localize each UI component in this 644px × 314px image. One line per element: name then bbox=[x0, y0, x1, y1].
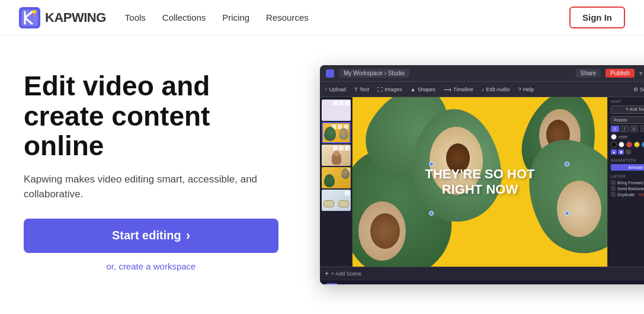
hero-title: Edit video and create content online bbox=[24, 71, 284, 161]
send-backward-row: Send Backward bbox=[611, 186, 644, 191]
right-side: Canh Rua My Workspace › Studio Share Pub… bbox=[320, 65, 644, 284]
avocado-background: THEY'RE SO HOT RIGHT NOW bbox=[353, 97, 607, 267]
duplicate-button[interactable]: Duplicate bbox=[617, 193, 635, 197]
toolbar-timeline[interactable]: ⟶ Timeline bbox=[444, 86, 473, 92]
thumb-icon-7 bbox=[333, 146, 338, 150]
toolbar-shapes[interactable]: ▲ Shapes bbox=[411, 86, 435, 92]
main-content: Edit video and create content online Kap… bbox=[0, 36, 644, 314]
thumb-4[interactable] bbox=[322, 167, 351, 188]
thumb-icon-9 bbox=[345, 146, 350, 150]
audio-icon: ♪ bbox=[482, 86, 485, 92]
color-swatch-white[interactable] bbox=[619, 142, 624, 148]
animate-button[interactable]: Animate bbox=[611, 164, 644, 171]
thumb-3[interactable] bbox=[322, 145, 351, 166]
color-white[interactable] bbox=[611, 134, 617, 140]
color-swatch-yellow[interactable] bbox=[634, 142, 640, 148]
italic-button[interactable]: I bbox=[620, 126, 629, 132]
text-icon: T bbox=[354, 86, 358, 92]
layer-label: LAYER bbox=[611, 174, 644, 178]
bring-forward-icon bbox=[611, 180, 616, 185]
shapes-icon: ▲ bbox=[411, 86, 416, 92]
underline-button[interactable]: U bbox=[630, 126, 638, 132]
publish-button[interactable]: Publish bbox=[605, 69, 635, 78]
add-scene-label[interactable]: + Add Scene bbox=[331, 271, 361, 277]
hint-section: HINT ✎ Edit Text Roboto B I U ≡ ≡ ≡ bbox=[611, 100, 644, 155]
duplicate-delete-row: Duplicate Delete bbox=[611, 192, 644, 197]
thumb-icon-8 bbox=[339, 146, 344, 150]
thumb-1[interactable] bbox=[322, 100, 351, 121]
hint-label: HINT bbox=[611, 100, 644, 104]
send-backward-button[interactable]: Send Backward bbox=[617, 187, 644, 191]
toolbar-upload[interactable]: ↑ Upload bbox=[325, 86, 346, 92]
canvas-text: THEY'RE SO HOT RIGHT NOW bbox=[425, 166, 535, 197]
selection-handle-tr[interactable] bbox=[565, 162, 569, 166]
toolbar-images[interactable]: ⛶ Images bbox=[377, 86, 402, 92]
nav-links: Tools Collections Pricing Resources bbox=[125, 12, 569, 23]
animation-label: ANIMATION bbox=[611, 158, 644, 162]
toolbar-edit-audio[interactable]: ♪ Edit Audio bbox=[482, 86, 510, 92]
create-workspace-link[interactable]: or, create a workspace bbox=[24, 261, 278, 271]
right-properties-panel: HINT ✎ Edit Text Roboto B I U ≡ ≡ ≡ bbox=[607, 97, 644, 267]
left-side: Edit video and create content online Kap… bbox=[24, 65, 284, 271]
editor-body: THEY'RE SO HOT RIGHT NOW HINT ✎ Edit Tex… bbox=[320, 97, 644, 267]
bg-dark-button[interactable]: ■ bbox=[618, 149, 624, 155]
canvas-text-overlay: THEY'RE SO HOT RIGHT NOW bbox=[421, 166, 539, 198]
color-palette-row bbox=[611, 142, 644, 148]
canvas-area[interactable]: THEY'RE SO HOT RIGHT NOW bbox=[353, 97, 607, 267]
play-button[interactable]: ▶ bbox=[326, 283, 338, 285]
editor-toolbar: ↑ Upload T Text ⛶ Images ▲ Shapes ⟶ Ti bbox=[320, 82, 644, 97]
navbar: KAPWING Tools Collections Pricing Resour… bbox=[0, 0, 644, 36]
editor-topbar: My Workspace › Studio Share Publish ▾ N bbox=[320, 65, 644, 82]
bring-forward-button[interactable]: Bring Forward bbox=[617, 181, 643, 185]
thumb-5[interactable] bbox=[322, 190, 351, 211]
start-editing-label: Start editing bbox=[112, 229, 181, 242]
thumb-2[interactable] bbox=[322, 122, 351, 143]
svg-point-3 bbox=[33, 14, 36, 17]
timeline-bar: ▶ 00:31 / 24:12 bbox=[320, 280, 644, 284]
align-left-button[interactable]: ≡ bbox=[640, 126, 644, 132]
thumb-icon-11 bbox=[345, 191, 350, 196]
background-row: ● ■ □ bbox=[611, 149, 644, 155]
selection-handle-br[interactable] bbox=[565, 211, 569, 216]
editor-tab[interactable]: My Workspace › Studio bbox=[339, 69, 409, 78]
color-swatch-black[interactable] bbox=[611, 142, 617, 148]
thumb-icon-3 bbox=[345, 101, 350, 105]
font-name-input[interactable]: Roboto bbox=[611, 116, 644, 124]
nav-item-pricing[interactable]: Pricing bbox=[222, 12, 249, 23]
selection-handle-tl[interactable] bbox=[429, 162, 434, 166]
color-swatch-red[interactable] bbox=[626, 142, 632, 148]
duplicate-icon bbox=[611, 192, 616, 197]
color-swatch-blue[interactable] bbox=[642, 142, 644, 148]
editor-container: My Workspace › Studio Share Publish ▾ N … bbox=[320, 65, 644, 284]
layer-section: LAYER Bring Forward Send Backward Duplic… bbox=[611, 174, 644, 197]
settings-button[interactable]: ⚙ Settings bbox=[633, 86, 644, 92]
kapwing-logo-icon bbox=[19, 7, 40, 28]
toolbar-text[interactable]: T Text bbox=[354, 86, 369, 92]
upload-icon: ↑ bbox=[325, 86, 328, 92]
delete-button[interactable]: Delete bbox=[639, 193, 644, 197]
bg-color-button[interactable]: ● bbox=[611, 149, 617, 155]
publish-dropdown-icon[interactable]: ▾ bbox=[639, 70, 642, 76]
add-scene-plus-icon: + bbox=[325, 270, 329, 278]
signin-button[interactable]: Sign In bbox=[569, 7, 625, 28]
start-editing-button[interactable]: Start editing › bbox=[24, 219, 278, 253]
thumb-icon-1 bbox=[333, 101, 338, 105]
color-hex-display: #ffffff bbox=[619, 135, 627, 139]
nav-item-tools[interactable]: Tools bbox=[125, 12, 146, 23]
thumb-icon-2 bbox=[339, 101, 344, 105]
edit-text-button[interactable]: ✎ Edit Text bbox=[611, 105, 644, 114]
color-row: #ffffff bbox=[611, 134, 644, 140]
toolbar-help[interactable]: ? Help bbox=[518, 86, 534, 92]
nav-item-resources[interactable]: Resources bbox=[266, 12, 309, 23]
send-backward-icon bbox=[611, 186, 616, 191]
nav-right: Sign In bbox=[569, 7, 625, 28]
editor-logo-icon bbox=[326, 69, 334, 78]
nav-item-collections[interactable]: Collections bbox=[162, 12, 206, 23]
bold-button[interactable]: B bbox=[611, 126, 619, 132]
share-button[interactable]: Share bbox=[576, 69, 601, 78]
logo-area[interactable]: KAPWING bbox=[19, 7, 106, 28]
format-row: B I U ≡ ≡ ≡ bbox=[611, 126, 644, 132]
bg-none-button[interactable]: □ bbox=[625, 149, 631, 155]
thumbnail-panel bbox=[320, 97, 353, 267]
timeline-icon: ⟶ bbox=[444, 86, 451, 92]
